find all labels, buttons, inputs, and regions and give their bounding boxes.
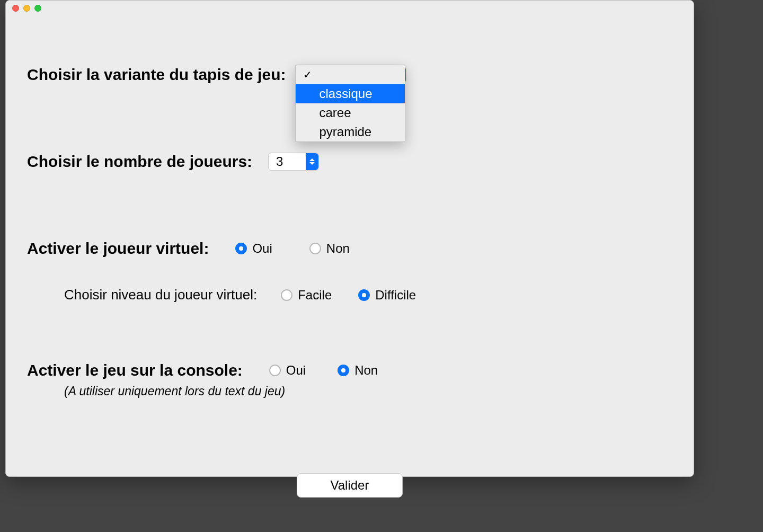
variant-row: Choisir la variante du tapis de jeu: ✓ c… <box>27 66 672 84</box>
variant-option-classique[interactable]: classique <box>296 84 405 103</box>
radio-label: Non <box>354 363 378 378</box>
players-value: 3 <box>276 154 283 169</box>
virtual-yes-radio[interactable]: Oui <box>235 241 272 256</box>
virtual-label: Activer le joueur virtuel: <box>27 240 209 258</box>
variant-option-empty[interactable]: ✓ <box>296 65 405 84</box>
window-close-button[interactable] <box>12 5 19 12</box>
radio-label: Oui <box>252 241 272 256</box>
variant-option-pyramide[interactable]: pyramide <box>296 122 405 141</box>
virtual-row: Activer le joueur virtuel: Oui Non <box>27 240 672 258</box>
window-titlebar <box>6 1 694 15</box>
variant-option-label: classique <box>319 86 372 101</box>
settings-form: Choisir la variante du tapis de jeu: ✓ c… <box>6 15 694 519</box>
validate-label: Valider <box>331 478 369 493</box>
check-icon: ✓ <box>303 68 312 81</box>
variant-dropdown: ✓ classique caree pyramide <box>295 65 405 142</box>
players-stepper[interactable]: 3 <box>268 153 319 171</box>
radio-label: Difficile <box>375 288 416 303</box>
players-row: Choisir le nombre de joueurs: 3 <box>27 153 672 171</box>
variant-option-label: caree <box>319 105 351 120</box>
variant-option-label: pyramide <box>319 125 371 139</box>
console-no-radio[interactable]: Non <box>338 363 378 378</box>
window-minimize-button[interactable] <box>23 5 30 12</box>
chevron-updown-icon <box>306 153 318 170</box>
variant-label: Choisir la variante du tapis de jeu: <box>27 66 286 84</box>
difficulty-easy-radio[interactable]: Facile <box>281 288 332 303</box>
difficulty-row: Choisir niveau du joueur virtuel: Facile… <box>64 287 672 303</box>
console-hint: (A utiliser uniquement lors du text du j… <box>64 384 285 398</box>
settings-window: Choisir la variante du tapis de jeu: ✓ c… <box>5 0 694 477</box>
variant-option-caree[interactable]: caree <box>296 103 405 122</box>
console-label: Activer le jeu sur la console: <box>27 361 243 379</box>
radio-label: Oui <box>286 363 306 378</box>
virtual-no-radio[interactable]: Non <box>309 241 350 256</box>
difficulty-label: Choisir niveau du joueur virtuel: <box>64 287 257 303</box>
players-label: Choisir le nombre de joueurs: <box>27 153 252 171</box>
window-zoom-button[interactable] <box>34 5 41 12</box>
radio-label: Non <box>326 241 350 256</box>
difficulty-hard-radio[interactable]: Difficile <box>358 288 416 303</box>
console-yes-radio[interactable]: Oui <box>269 363 306 378</box>
radio-label: Facile <box>298 288 332 303</box>
validate-button[interactable]: Valider <box>297 473 403 498</box>
console-row: Activer le jeu sur la console: Oui Non <box>27 361 672 379</box>
